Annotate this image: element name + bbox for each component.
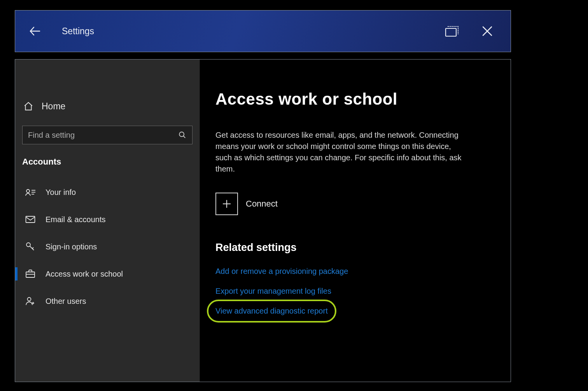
briefcase-icon: [24, 268, 36, 280]
settings-panel: Home Accounts: [15, 59, 511, 382]
svg-line-5: [184, 136, 186, 138]
svg-point-6: [26, 189, 30, 193]
window-stack-icon: [444, 24, 460, 38]
titlebar: Settings: [15, 10, 511, 52]
svg-point-16: [28, 298, 31, 301]
sidebar-item-sign-in-options[interactable]: Sign-in options: [15, 233, 200, 260]
connect-label: Connect: [246, 199, 278, 209]
link-provisioning-package[interactable]: Add or remove a provisioning package: [215, 267, 348, 276]
close-button[interactable]: [476, 19, 499, 43]
back-button[interactable]: [27, 23, 43, 39]
home-icon: [22, 100, 35, 112]
sidebar-item-other-users[interactable]: Other users: [15, 288, 200, 315]
svg-rect-14: [26, 272, 35, 277]
svg-line-13: [32, 247, 33, 249]
plus-icon: [215, 193, 238, 215]
search-icon: [178, 131, 187, 139]
link-export-logs[interactable]: Export your management log files: [215, 287, 331, 296]
page-description: Get access to resources like email, apps…: [215, 130, 468, 175]
sidebar-item-access-work-school[interactable]: Access work or school: [15, 260, 200, 288]
svg-rect-1: [446, 28, 456, 36]
sidebar-item-your-info[interactable]: Your info: [15, 179, 200, 206]
sidebar-item-label: Your info: [46, 188, 76, 197]
close-icon: [481, 25, 493, 37]
key-icon: [24, 241, 36, 252]
back-arrow-icon: [28, 24, 42, 38]
search-input-wrapper[interactable]: [22, 126, 192, 144]
svg-point-11: [26, 243, 30, 247]
sidebar-home[interactable]: Home: [15, 94, 200, 119]
link-diagnostic-report[interactable]: View advanced diagnostic report: [215, 307, 328, 316]
task-view-button[interactable]: [441, 19, 464, 43]
content-area: Access work or school Get access to reso…: [200, 60, 511, 382]
sidebar-item-label: Access work or school: [46, 270, 123, 279]
sidebar: Home Accounts: [15, 60, 200, 382]
svg-rect-10: [26, 216, 35, 223]
connect-button[interactable]: Connect: [215, 193, 495, 215]
person-card-icon: [24, 186, 36, 198]
sidebar-home-label: Home: [42, 101, 65, 112]
sidebar-item-label: Other users: [46, 297, 86, 306]
svg-line-12: [30, 246, 34, 250]
sidebar-item-email-accounts[interactable]: Email & accounts: [15, 206, 200, 233]
sidebar-item-label: Email & accounts: [46, 215, 106, 224]
svg-point-4: [179, 132, 184, 137]
mail-icon: [24, 214, 36, 225]
sidebar-section-label: Accounts: [15, 151, 200, 179]
sidebar-item-label: Sign-in options: [46, 242, 97, 251]
window-title: Settings: [62, 26, 94, 37]
search-input[interactable]: [28, 131, 178, 140]
person-plus-icon: [24, 295, 36, 307]
related-settings-heading: Related settings: [215, 242, 495, 254]
page-title: Access work or school: [215, 90, 495, 109]
